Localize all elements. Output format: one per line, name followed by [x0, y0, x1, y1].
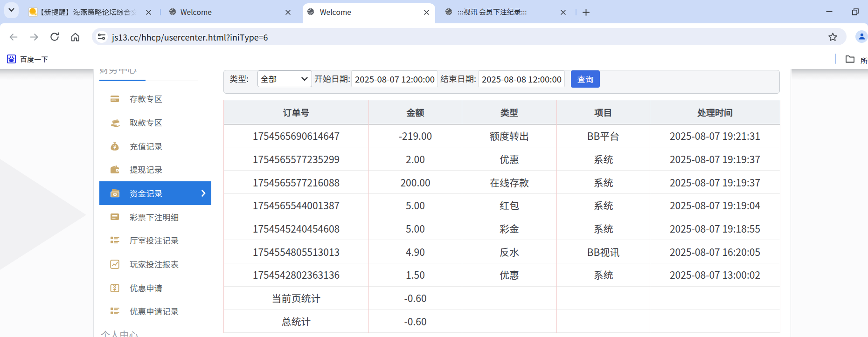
svg-text:¥: ¥: [113, 144, 116, 151]
svg-text:¥: ¥: [113, 285, 116, 292]
